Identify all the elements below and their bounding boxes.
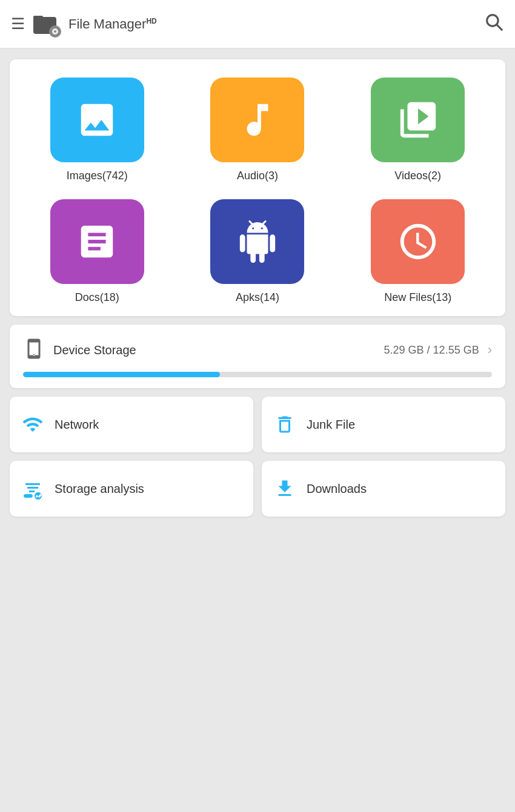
videos-icon: [397, 99, 439, 141]
videos-label: Videos(2): [394, 170, 441, 182]
header-left: ☰ File ManagerHD: [11, 10, 483, 39]
docs-label: Docs(18): [75, 291, 119, 304]
downloads-label: Downloads: [307, 482, 367, 496]
storage-size: 5.29 GB / 12.55 GB: [384, 344, 479, 357]
junk-file-icon: [274, 414, 296, 435]
hamburger-icon[interactable]: ☰: [11, 15, 25, 33]
junk-file-button[interactable]: Junk File: [262, 397, 505, 452]
storage-row: Device Storage 5.29 GB / 12.55 GB ›: [23, 338, 492, 362]
apks-label: Apks(14): [236, 291, 279, 304]
svg-point-4: [54, 30, 56, 33]
category-item-apks[interactable]: Apks(14): [182, 199, 333, 304]
svg-point-5: [487, 15, 498, 26]
new-files-label: New Files(13): [384, 291, 451, 304]
audio-label: Audio(3): [237, 170, 278, 182]
svg-line-6: [497, 25, 502, 30]
audio-icon-box: [210, 78, 304, 162]
category-item-videos[interactable]: Videos(2): [342, 78, 493, 182]
network-label: Network: [55, 418, 99, 432]
category-item-docs[interactable]: Docs(18): [22, 199, 173, 304]
storage-chevron-icon: ›: [488, 342, 492, 358]
downloads-button[interactable]: Downloads: [262, 461, 505, 517]
downloads-icon: [274, 478, 296, 500]
action-grid: Network Junk File Storage analysis Downl…: [10, 397, 505, 517]
category-grid: Images(742) Audio(3) Videos(2): [22, 78, 493, 304]
videos-icon-box: [371, 78, 465, 162]
images-icon: [76, 99, 118, 141]
app-header: ☰ File ManagerHD: [0, 0, 515, 48]
docs-icon: [76, 220, 118, 263]
junk-file-label: Junk File: [307, 418, 355, 432]
category-item-new[interactable]: New Files(13): [342, 199, 493, 304]
svg-rect-1: [33, 16, 43, 19]
network-icon: [22, 414, 44, 435]
images-label: Images(742): [67, 170, 128, 182]
device-storage-icon: [23, 338, 45, 362]
storage-analysis-button[interactable]: Storage analysis: [10, 461, 253, 517]
category-item-audio[interactable]: Audio(3): [182, 78, 333, 182]
search-button[interactable]: [483, 12, 504, 36]
app-logo-icon: [32, 10, 61, 39]
images-icon-box: [50, 78, 144, 162]
apks-icon-box: [210, 199, 304, 284]
audio-icon: [236, 99, 279, 141]
category-card: Images(742) Audio(3) Videos(2): [10, 59, 505, 316]
search-icon: [483, 12, 504, 32]
storage-title: Device Storage: [53, 343, 376, 357]
docs-icon-box: [50, 199, 144, 284]
network-button[interactable]: Network: [10, 397, 253, 452]
storage-progress-bar-fill: [23, 372, 220, 377]
new-icon-box: [371, 199, 465, 284]
new-files-icon: [397, 220, 439, 263]
storage-analysis-label: Storage analysis: [55, 482, 144, 496]
storage-analysis-icon: [22, 478, 44, 500]
category-item-images[interactable]: Images(742): [22, 78, 173, 182]
storage-progress-bar-bg: [23, 372, 492, 377]
storage-card[interactable]: Device Storage 5.29 GB / 12.55 GB ›: [10, 325, 505, 388]
app-title: File ManagerHD: [68, 16, 157, 32]
apks-icon: [236, 220, 279, 263]
